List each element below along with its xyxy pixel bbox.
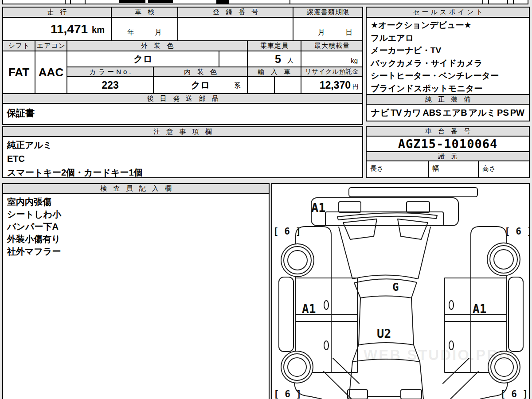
color-no-header: カラーNo.	[66, 66, 154, 77]
sales-point-line: フルエアロ	[371, 32, 525, 45]
note-line: 純正アルミ	[7, 138, 358, 152]
watermark: WEB STUDIO.PRO	[364, 347, 512, 364]
mileage-value: 11,471	[51, 22, 88, 36]
divider	[513, 0, 514, 4]
transfer-month-label: 月	[318, 28, 325, 37]
empty-cell	[219, 51, 248, 67]
equipment-item: ナビ	[371, 107, 389, 119]
recycle-value: 12,370	[320, 79, 351, 91]
inspector-line: 外装小傷有り	[7, 233, 265, 245]
notes-body: 純正アルミETCスマートキー2個・カードキー1個	[2, 136, 363, 178]
car-diagram: A1 [ 6 ] [ 6 ] G A1 A1 U2 [ 6 ] [ 6 ]	[272, 184, 529, 399]
recycle-unit: 円	[352, 83, 359, 91]
import-header: 輸 入 車	[247, 66, 301, 77]
sales-point-body: ★オークションデビュー★フルエアロメーカーナビ・TVバックカメラ・サイドカメラシ…	[366, 17, 530, 95]
shift-value: FAT	[2, 51, 35, 94]
interior-color-value: クロ	[191, 79, 210, 91]
max-load-header: 最大積載量	[301, 40, 363, 51]
car-body-outline	[279, 188, 523, 399]
shaken-month-label: 月	[155, 28, 162, 37]
mileage-cell: 11,471 km	[2, 17, 112, 41]
interior-color-header: 内 装 色	[153, 66, 248, 77]
note-line: ETC	[7, 152, 358, 166]
sales-point-line: シートヒーター・ベンチレーター	[371, 70, 525, 82]
inspector-line: 社外マフラー	[7, 245, 265, 258]
inspector-line: 室内内張傷	[7, 196, 265, 208]
registration-header: 登 録 番 号	[177, 7, 293, 18]
registration-cell	[177, 17, 293, 41]
capacity-value: 5	[275, 53, 281, 66]
divider	[488, 0, 489, 4]
left-door-grade-label: A1	[302, 302, 316, 316]
aircon-header: エアコン	[35, 40, 67, 51]
note-line: スマートキー2個・カードキー1個	[7, 166, 358, 180]
shaken-header: 車 検	[111, 7, 178, 18]
max-load-cell: kg	[301, 51, 363, 67]
import-cell-right	[274, 76, 301, 94]
aircon-value: AAC	[35, 51, 67, 94]
car-diagram-panel: A1 [ 6 ] [ 6 ] G A1 A1 U2 [ 6 ] [ 6 ]	[271, 183, 530, 399]
color-no-value: 223	[66, 76, 154, 94]
rear-left-wheel	[281, 351, 313, 383]
text-fragment	[148, 0, 173, 3]
spec-height-label: 高さ	[478, 160, 530, 178]
sales-point-line: バックカメラ・サイドカメラ	[371, 57, 525, 70]
text-fragment	[119, 0, 145, 3]
tire-front-left-grade: [ 6 ]	[273, 226, 301, 237]
equipment-item: TV	[391, 108, 402, 118]
sales-point-header: セールスポイント	[366, 7, 530, 18]
shift-header: シフト	[2, 40, 35, 51]
max-load-unit: kg	[351, 57, 358, 64]
auction-sheet: 走 行 車 検 登 録 番 号 譲渡書類期限 11,471 km 年 月 月 日…	[0, 0, 532, 399]
inspector-body: 室内内張傷シートしわ小バンパー下A外装小傷有り社外マフラー	[2, 193, 270, 399]
chassis-header: 車 台 番 号	[366, 126, 530, 137]
transfer-deadline-header: 譲渡書類期限	[293, 7, 363, 18]
transfer-deadline-cell: 月 日	[293, 17, 363, 41]
equipment-item: PW	[510, 108, 524, 118]
interior-color-suffix: 系	[234, 82, 241, 90]
recycle-header: リサイクル預託金	[301, 66, 363, 77]
equipment-body: ナビTVカワABSエアBアルミPSPW	[366, 104, 530, 121]
exterior-color-header: 外 装 色	[66, 40, 248, 51]
equipment-item: エアB	[442, 107, 467, 119]
capacity-header: 乗車定員	[247, 40, 301, 51]
sales-point-line: ブラインドスポットモニター	[371, 82, 525, 95]
text-fragment	[216, 0, 229, 4]
right-door-grade-label: A1	[473, 302, 486, 316]
divider	[289, 0, 290, 4]
inspector-line: バンパー下A	[7, 220, 265, 233]
front-right-wheel	[487, 243, 520, 276]
front-left-wheel	[281, 244, 314, 277]
mileage-unit: km	[92, 25, 105, 35]
transfer-day-label: 日	[345, 28, 352, 37]
front-panel-grade-label: A1	[311, 201, 326, 215]
inspector-header: 検 査 員 記 入 欄	[2, 183, 270, 194]
sales-point-line: メーカーナビ・TV	[371, 44, 525, 57]
divider	[482, 0, 483, 4]
equipment-header: 純 正 装 備	[366, 94, 530, 105]
divider	[85, 0, 86, 4]
later-parts-header: 後 日 発 送 部 品	[2, 93, 363, 104]
tire-front-right-grade: [ 6 ]	[505, 226, 529, 237]
specs-header: 諸 元	[366, 151, 530, 161]
interior-color-cell: クロ 系	[153, 76, 248, 94]
chassis-value: AGZ15-1010064	[366, 136, 530, 152]
equipment-item: PS	[497, 108, 509, 118]
inspector-line: シートしわ小	[7, 208, 265, 220]
shaken-year-label: 年	[127, 28, 134, 37]
recycle-cell: 12,370 円	[301, 76, 363, 94]
spec-width-label: 幅	[428, 160, 479, 178]
notes-header: 注 意 事 項 欄	[2, 126, 363, 137]
tire-rear-right-grade: [ 6 ]	[500, 389, 528, 399]
equipment-item: ABS	[422, 108, 441, 118]
sales-point-line: ★オークションデビュー★	[371, 19, 525, 32]
divider	[70, 0, 71, 4]
mileage-header: 走 行	[2, 7, 112, 18]
shaken-cell: 年 月	[111, 17, 178, 41]
later-parts-value: 保証書	[2, 103, 363, 125]
import-cell-left	[247, 76, 275, 94]
equipment-item: カワ	[403, 107, 421, 119]
hood-grade-label: G	[392, 281, 399, 293]
capacity-cell: 5 人	[247, 51, 301, 67]
divider	[507, 0, 508, 4]
